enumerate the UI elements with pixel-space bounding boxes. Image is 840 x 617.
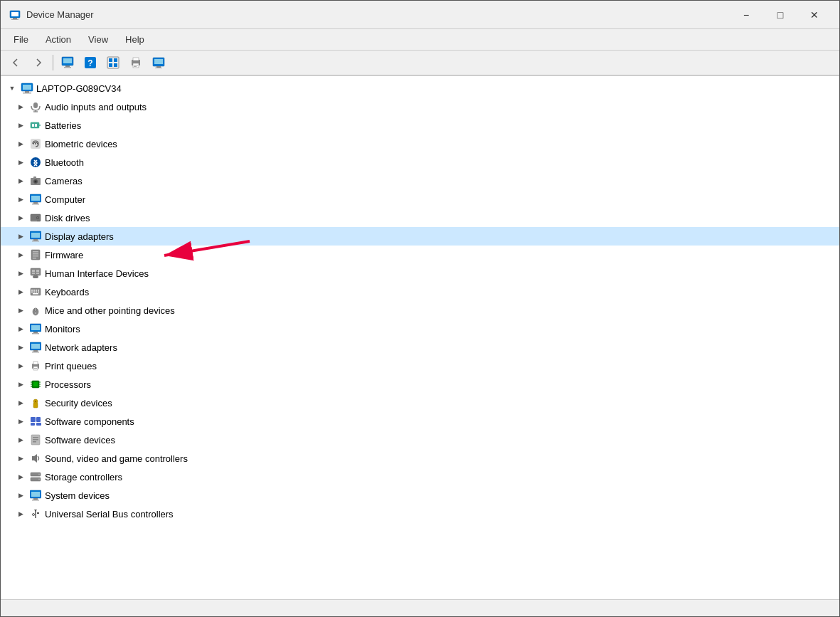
disk-chevron[interactable] [15, 212, 26, 223]
tree-item-hid[interactable]: Human Interface Devices [1, 264, 839, 283]
window-title: Device Manager [26, 9, 94, 20]
tree-item-cameras[interactable]: Cameras [1, 172, 839, 190]
tree-item-firmware[interactable]: Firmware [1, 246, 839, 264]
tree-item-usb[interactable]: Universal Serial Bus controllers [1, 505, 839, 523]
tree-item-display[interactable]: Display adapters [1, 227, 839, 246]
storage-label: Storage controllers [45, 472, 122, 482]
svg-rect-117 [31, 492, 40, 497]
device-tree-content[interactable]: LAPTOP-G089CV34 [1, 76, 839, 599]
tree-item-security[interactable]: Security devices [1, 394, 839, 412]
title-bar: Device Manager − □ ✕ [1, 1, 839, 29]
audio-chevron[interactable] [15, 101, 26, 112]
toolbar: ? [1, 51, 839, 76]
close-button[interactable]: ✕ [798, 4, 831, 26]
menu-file[interactable]: File [6, 31, 36, 48]
svg-rect-16 [133, 58, 139, 60]
hid-chevron[interactable] [15, 268, 26, 279]
security-icon [29, 396, 42, 409]
monitors-chevron[interactable] [15, 323, 26, 334]
software-comp-chevron[interactable] [15, 416, 26, 427]
tree-root-item[interactable]: LAPTOP-G089CV34 [1, 79, 839, 97]
print-icon [29, 359, 42, 372]
svg-rect-108 [33, 437, 38, 438]
sound-chevron[interactable] [15, 453, 26, 464]
svg-rect-86 [33, 350, 38, 352]
menu-help[interactable]: Help [118, 31, 151, 48]
tree-item-software-dev[interactable]: Software devices [1, 431, 839, 449]
properties-button[interactable] [148, 53, 169, 73]
resources-button[interactable] [102, 53, 124, 73]
svg-rect-70 [38, 290, 39, 291]
tree-item-computer[interactable]: Computer [1, 190, 839, 209]
svg-rect-22 [156, 66, 161, 68]
svg-rect-6 [65, 65, 70, 67]
svg-rect-3 [11, 19, 18, 20]
biometric-chevron[interactable] [15, 138, 26, 149]
svg-rect-53 [33, 239, 38, 241]
title-bar-left: Device Manager [9, 9, 94, 21]
menu-action[interactable]: Action [38, 31, 78, 48]
tree-item-monitors[interactable]: Monitors [1, 320, 839, 338]
display-label: Display adapters [45, 231, 114, 242]
firmware-icon [29, 248, 42, 261]
print-button[interactable] [125, 53, 147, 73]
tree-item-batteries[interactable]: Batteries [1, 116, 839, 135]
print-chevron[interactable] [15, 360, 26, 371]
svg-rect-63 [32, 273, 35, 274]
menu-view[interactable]: View [81, 31, 115, 48]
svg-point-114 [38, 474, 40, 475]
keyboards-chevron[interactable] [15, 286, 26, 297]
svg-point-41 [35, 181, 37, 183]
svg-rect-29 [33, 102, 38, 108]
tree-item-system[interactable]: System devices [1, 486, 839, 505]
usb-icon [29, 507, 42, 520]
storage-chevron[interactable] [15, 471, 26, 482]
tree-item-biometric[interactable]: Biometric devices [1, 135, 839, 153]
tree-item-audio[interactable]: Audio inputs and outputs [1, 97, 839, 116]
tree-item-software-comp[interactable]: Software components [1, 412, 839, 431]
device-tree-button[interactable] [57, 53, 78, 73]
batteries-chevron[interactable] [15, 120, 26, 131]
svg-point-102 [35, 401, 36, 402]
mice-chevron[interactable] [15, 305, 26, 316]
svg-rect-57 [33, 253, 38, 255]
security-chevron[interactable] [15, 397, 26, 408]
bluetooth-icon [29, 156, 42, 169]
tree-item-sound[interactable]: Sound, video and game controllers [1, 449, 839, 468]
help-button[interactable]: ? [80, 53, 101, 73]
tree-item-mice[interactable]: Mice and other pointing devices [1, 301, 839, 320]
svg-rect-85 [31, 344, 40, 349]
forward-button[interactable] [28, 53, 49, 73]
computer-chevron[interactable] [15, 194, 26, 205]
display-chevron[interactable] [15, 231, 26, 242]
tree-item-storage[interactable]: Storage controllers [1, 468, 839, 486]
forward-icon [33, 57, 44, 68]
bluetooth-chevron[interactable] [15, 157, 26, 168]
tree-item-disk[interactable]: Disk drives [1, 209, 839, 227]
root-computer-icon [21, 82, 33, 95]
back-button[interactable] [5, 53, 26, 73]
tree-item-print[interactable]: Print queues [1, 357, 839, 375]
tree-item-processors[interactable]: Processors [1, 375, 839, 394]
software-dev-chevron[interactable] [15, 434, 26, 445]
svg-text:?: ? [87, 58, 92, 68]
sound-icon [29, 452, 42, 465]
svg-rect-46 [32, 204, 39, 205]
title-controls: − □ ✕ [730, 4, 831, 26]
firmware-chevron[interactable] [15, 249, 26, 260]
keyboards-label: Keyboards [45, 287, 89, 297]
svg-rect-14 [114, 63, 117, 67]
tree-item-keyboards[interactable]: Keyboards [1, 283, 839, 301]
cameras-chevron[interactable] [15, 175, 26, 186]
system-chevron[interactable] [15, 490, 26, 501]
processors-chevron[interactable] [15, 379, 26, 390]
maximize-button[interactable]: □ [764, 4, 797, 26]
root-chevron[interactable] [6, 83, 18, 94]
network-chevron[interactable] [15, 342, 26, 353]
usb-chevron[interactable] [15, 508, 26, 520]
status-bar [1, 599, 839, 616]
tree-item-bluetooth[interactable]: Bluetooth [1, 153, 839, 172]
minimize-button[interactable]: − [730, 4, 762, 26]
computer-icon [29, 193, 42, 206]
tree-item-network[interactable]: Network adapters [1, 338, 839, 357]
